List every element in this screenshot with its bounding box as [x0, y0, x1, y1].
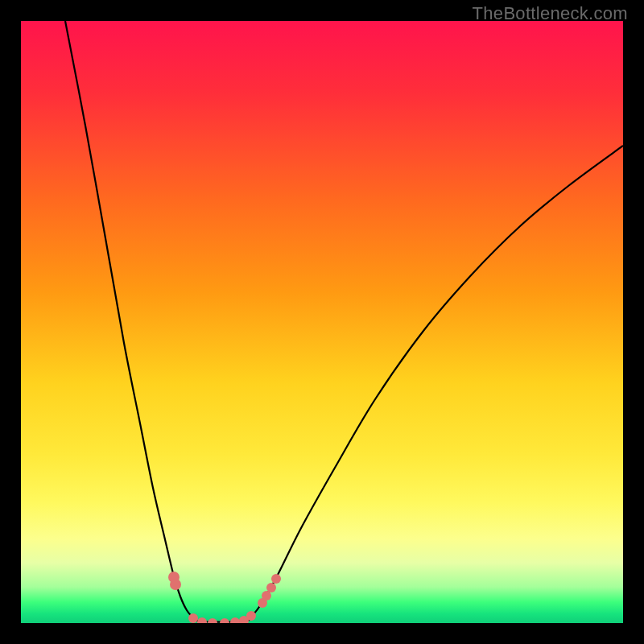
curve-line — [65, 21, 623, 622]
data-marker — [208, 618, 217, 623]
bottleneck-curve — [65, 21, 623, 622]
data-marker — [188, 613, 198, 623]
data-marker — [197, 617, 207, 623]
data-marker — [230, 617, 240, 623]
chart-plot — [21, 21, 623, 623]
data-marker — [220, 618, 229, 623]
data-marker — [170, 579, 181, 590]
chart-frame — [21, 21, 623, 623]
data-markers — [168, 572, 281, 623]
data-marker — [271, 574, 281, 584]
data-marker — [246, 611, 256, 621]
data-marker — [262, 591, 271, 601]
data-marker — [266, 583, 276, 592]
